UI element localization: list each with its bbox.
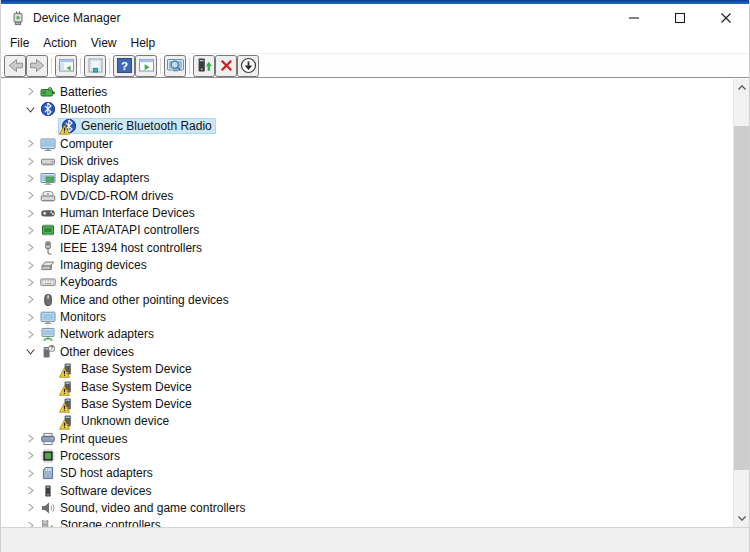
tree-item-sd-host-adapters[interactable]: SD host adapters xyxy=(1,465,733,482)
chevron-right-icon[interactable] xyxy=(23,223,37,237)
row-body[interactable]: Computer xyxy=(37,136,117,152)
scroll-up-button[interactable] xyxy=(734,79,749,96)
vertical-scrollbar[interactable] xyxy=(733,79,749,527)
menu-help[interactable]: Help xyxy=(124,33,163,53)
chevron-right-icon[interactable] xyxy=(23,310,37,324)
row-body[interactable]: Print queues xyxy=(37,431,131,447)
scan-hardware-button[interactable] xyxy=(164,55,186,77)
row-body[interactable]: Mice and other pointing devices xyxy=(37,292,233,308)
row-body[interactable]: Monitors xyxy=(37,309,110,325)
tree-item-label: Print queues xyxy=(60,432,127,446)
chevron-right-icon[interactable] xyxy=(23,275,37,289)
tree-item-imaging-devices[interactable]: Imaging devices xyxy=(1,256,733,273)
row-body[interactable]: Imaging devices xyxy=(37,257,151,273)
chevron-right-icon[interactable] xyxy=(23,258,37,272)
chevron-right-icon[interactable] xyxy=(23,171,37,185)
chevron-right-icon[interactable] xyxy=(23,154,37,168)
chevron-right-icon[interactable] xyxy=(23,137,37,151)
back-button[interactable] xyxy=(4,55,26,77)
close-button[interactable] xyxy=(703,4,749,32)
row-body[interactable]: Human Interface Devices xyxy=(37,205,199,221)
row-body[interactable]: ?Other devices xyxy=(37,344,138,360)
row-body[interactable]: Bluetooth xyxy=(37,101,115,117)
row-body[interactable]: Storage controllers xyxy=(37,517,165,527)
tree-item-mice-and-other-pointing-devices[interactable]: Mice and other pointing devices xyxy=(1,291,733,308)
scroll-down-button[interactable] xyxy=(734,510,749,527)
tree-item-generic-bluetooth-radio[interactable]: Generic Bluetooth Radio xyxy=(1,118,733,135)
toolbar-separator xyxy=(160,58,161,74)
tree-item-bluetooth[interactable]: Bluetooth xyxy=(1,100,733,117)
tree-item-computer[interactable]: Computer xyxy=(1,135,733,152)
tree-item-dvd-cd-rom-drives[interactable]: DVD/CD-ROM drives xyxy=(1,187,733,204)
row-body[interactable]: IDE ATA/ATAPI controllers xyxy=(37,222,203,238)
chevron-right-icon[interactable] xyxy=(23,449,37,463)
maximize-button[interactable] xyxy=(657,4,703,32)
row-body[interactable]: Unknown device xyxy=(58,413,173,429)
chevron-right-icon[interactable] xyxy=(23,432,37,446)
tree-item-display-adapters[interactable]: Display adapters xyxy=(1,170,733,187)
row-body[interactable]: DVD/CD-ROM drives xyxy=(37,188,177,204)
menu-file[interactable]: File xyxy=(3,33,36,53)
row-body[interactable]: Processors xyxy=(37,448,124,464)
export-list-button[interactable] xyxy=(135,55,157,77)
tree-item-human-interface-devices[interactable]: Human Interface Devices xyxy=(1,204,733,221)
chevron-right-icon[interactable] xyxy=(23,484,37,498)
selected-row-body[interactable]: Generic Bluetooth Radio xyxy=(58,118,216,134)
tree-item-network-adapters[interactable]: Network adapters xyxy=(1,326,733,343)
tree-item-processors[interactable]: Processors xyxy=(1,447,733,464)
row-body[interactable]: Batteries xyxy=(37,84,111,100)
chevron-right-icon[interactable] xyxy=(23,189,37,203)
tree-item-monitors[interactable]: Monitors xyxy=(1,308,733,325)
dvd-drive-icon xyxy=(40,188,56,204)
forward-button[interactable] xyxy=(26,55,48,77)
chevron-right-icon[interactable] xyxy=(23,85,37,99)
chevron-right-icon[interactable] xyxy=(23,518,37,527)
tree-item-unknown-device[interactable]: Unknown device xyxy=(1,413,733,430)
row-body[interactable]: Base System Device xyxy=(58,361,196,377)
tree-item-other-devices[interactable]: ?Other devices xyxy=(1,343,733,360)
tree-item-software-devices[interactable]: Software devices xyxy=(1,482,733,499)
minimize-button[interactable] xyxy=(611,4,657,32)
tree-item-base-system-device[interactable]: Base System Device xyxy=(1,395,733,412)
row-body[interactable]: SD host adapters xyxy=(37,465,157,481)
chevron-right-icon[interactable] xyxy=(23,501,37,515)
tree-item-ide-ata-atapi-controllers[interactable]: IDE ATA/ATAPI controllers xyxy=(1,222,733,239)
tree-item-disk-drives[interactable]: Disk drives xyxy=(1,152,733,169)
row-body[interactable]: Sound, video and game controllers xyxy=(37,500,249,516)
row-body[interactable]: Network adapters xyxy=(37,326,158,342)
menu-action[interactable]: Action xyxy=(36,33,83,53)
tree-item-batteries[interactable]: Batteries xyxy=(1,83,733,100)
chevron-right-icon[interactable] xyxy=(23,206,37,220)
chevron-right-icon[interactable] xyxy=(23,327,37,341)
tree-item-base-system-device[interactable]: Base System Device xyxy=(1,361,733,378)
row-body[interactable]: Disk drives xyxy=(37,153,123,169)
row-body[interactable]: Base System Device xyxy=(58,379,196,395)
chevron-down-icon[interactable] xyxy=(23,345,37,359)
row-body[interactable]: Keyboards xyxy=(37,274,121,290)
properties-button[interactable] xyxy=(84,55,106,77)
row-body[interactable]: Software devices xyxy=(37,483,155,499)
tree-item-print-queues[interactable]: Print queues xyxy=(1,430,733,447)
row-body[interactable]: Display adapters xyxy=(37,170,153,186)
chevron-right-icon[interactable] xyxy=(23,241,37,255)
update-driver-button[interactable] xyxy=(193,55,215,77)
disable-button[interactable] xyxy=(237,55,259,77)
menu-view[interactable]: View xyxy=(84,33,124,53)
row-body[interactable]: IEEE 1394 host controllers xyxy=(37,240,206,256)
tree-item-sound-video-and-game-controllers[interactable]: Sound, video and game controllers xyxy=(1,499,733,516)
tree-item-label: Software devices xyxy=(60,484,151,498)
tree-item-storage-controllers[interactable]: Storage controllers xyxy=(1,517,733,527)
console-tree-button[interactable] xyxy=(55,55,77,77)
svg-text:?: ? xyxy=(50,345,53,351)
chevron-right-icon[interactable] xyxy=(23,466,37,480)
row-body[interactable]: Base System Device xyxy=(58,396,196,412)
export-list-icon xyxy=(137,56,156,75)
chevron-down-icon[interactable] xyxy=(23,102,37,116)
chevron-right-icon[interactable] xyxy=(23,293,37,307)
scrollbar-thumb[interactable] xyxy=(734,126,749,470)
tree-item-base-system-device[interactable]: Base System Device xyxy=(1,378,733,395)
tree-item-keyboards[interactable]: Keyboards xyxy=(1,274,733,291)
tree-item-ieee-1394-host-controllers[interactable]: IEEE 1394 host controllers xyxy=(1,239,733,256)
help-button[interactable]: ? xyxy=(113,55,135,77)
uninstall-button[interactable] xyxy=(215,55,237,77)
